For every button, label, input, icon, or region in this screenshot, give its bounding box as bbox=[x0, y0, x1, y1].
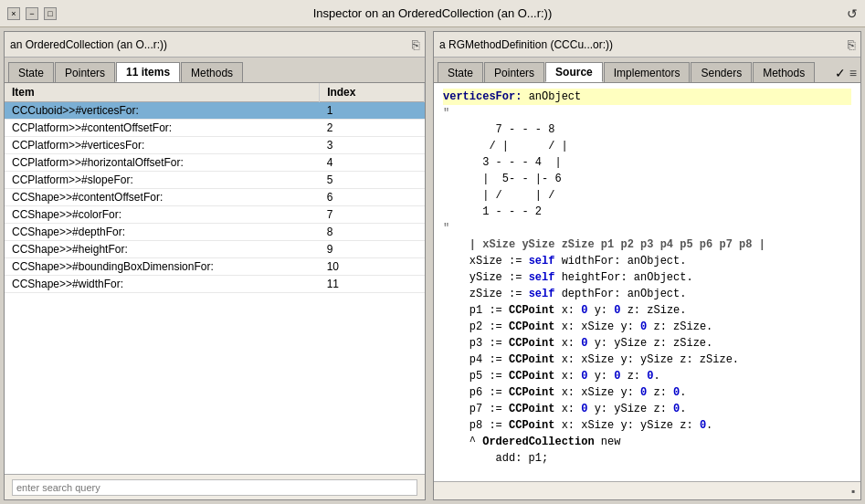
tab-source-right[interactable]: Source bbox=[545, 62, 603, 82]
code-line: p5 := CCPoint x: 0 y: 0 z: 0. bbox=[443, 368, 851, 384]
search-bar bbox=[5, 474, 425, 499]
code-line: " bbox=[443, 105, 851, 121]
code-line: zSize := self depthFor: anObject. bbox=[443, 286, 851, 302]
item-cell: CCShape>>#boundingBoxDimensionFor: bbox=[5, 258, 320, 276]
title-bar: × − □ Inspector on an OrderedCollection … bbox=[0, 0, 865, 27]
table-row[interactable]: CCShape>>#depthFor:8 bbox=[5, 224, 425, 241]
code-line: p3 := CCPoint x: 0 y: ySize z: zSize. bbox=[443, 335, 851, 352]
search-input[interactable] bbox=[12, 479, 417, 496]
tab-implementors-right[interactable]: Implementors bbox=[604, 62, 691, 82]
code-line: p8 := CCPoint x: xSize y: ySize z: 0. bbox=[443, 417, 851, 434]
table-row[interactable]: CCCuboid>>#verticesFor:1 bbox=[5, 102, 425, 120]
close-button[interactable]: × bbox=[7, 7, 20, 20]
check-icon[interactable]: ✓ bbox=[835, 66, 846, 80]
table-row[interactable]: CCShape>>#heightFor:9 bbox=[5, 241, 425, 258]
code-line: 3 - - - 4 | bbox=[443, 154, 851, 171]
code-line: / | / | bbox=[443, 138, 851, 154]
item-cell: CCPlatform>>#horizontalOffsetFor: bbox=[5, 154, 320, 172]
tab-items-left[interactable]: 11 items bbox=[116, 62, 180, 82]
table-row[interactable]: CCPlatform>>#verticesFor:3 bbox=[5, 137, 425, 154]
right-panel: a RGMethodDefinition (CCCu...or:)) ⎘ Sta… bbox=[433, 31, 861, 500]
index-cell: 6 bbox=[320, 189, 425, 206]
table-row[interactable]: CCShape>>#contentOffsetFor:6 bbox=[5, 189, 425, 206]
code-area: verticesFor: anObject" 7 - - - 8 / | / |… bbox=[434, 83, 860, 481]
tab-state-left[interactable]: State bbox=[8, 62, 54, 82]
item-cell: CCShape>>#heightFor: bbox=[5, 241, 320, 258]
index-cell: 1 bbox=[320, 102, 425, 120]
code-line: add: p1; bbox=[443, 450, 851, 467]
code-line: 7 - - - 8 bbox=[443, 121, 851, 138]
table-row[interactable]: CCPlatform>>#contentOffsetFor:2 bbox=[5, 120, 425, 137]
left-tabs: State Pointers 11 items Methods bbox=[5, 58, 425, 83]
index-cell: 10 bbox=[320, 258, 425, 276]
maximize-button[interactable]: □ bbox=[44, 7, 57, 20]
item-cell: CCShape>>#colorFor: bbox=[5, 206, 320, 224]
refresh-button[interactable]: ↺ bbox=[847, 6, 858, 21]
code-line: 1 - - - 2 bbox=[443, 204, 851, 220]
code-line: p4 := CCPoint x: xSize y: ySize z: zSize… bbox=[443, 352, 851, 368]
tab-extras: ✓ ≡ bbox=[835, 66, 857, 82]
window-title: Inspector on an OrderedCollection (an O.… bbox=[313, 6, 553, 20]
right-panel-header: a RGMethodDefinition (CCCu...or:)) ⎘ bbox=[434, 32, 860, 58]
left-panel-header: an OrderedCollection (an O...r:)) ⎘ bbox=[5, 32, 425, 58]
code-line: p1 := CCPoint x: 0 y: 0 z: zSize. bbox=[443, 302, 851, 319]
code-line: ySize := self heightFor: anObject. bbox=[443, 269, 851, 286]
table-row[interactable]: CCShape>>#colorFor:7 bbox=[5, 206, 425, 224]
tab-methods-right[interactable]: Methods bbox=[753, 62, 815, 82]
code-line: | 5- - |- 6 bbox=[443, 171, 851, 187]
tab-methods-left[interactable]: Methods bbox=[181, 62, 243, 82]
table-row[interactable]: CCShape>>#boundingBoxDimensionFor:10 bbox=[5, 258, 425, 276]
doc-icon[interactable]: ≡ bbox=[849, 66, 857, 80]
main-container: an OrderedCollection (an O...r:)) ⎘ Stat… bbox=[0, 27, 865, 504]
tab-senders-right[interactable]: Senders bbox=[691, 62, 752, 82]
code-line: | / | / bbox=[443, 187, 851, 204]
left-panel-title: an OrderedCollection (an O...r:)) bbox=[10, 38, 408, 51]
left-table-area: Item Index CCCuboid>>#verticesFor:1CCPla… bbox=[5, 83, 425, 474]
right-panel-copy-icon[interactable]: ⎘ bbox=[848, 37, 855, 52]
right-panel-title: a RGMethodDefinition (CCCu...or:)) bbox=[439, 38, 844, 51]
item-cell: CCShape>>#widthFor: bbox=[5, 276, 320, 293]
code-line: | xSize ySize zSize p1 p2 p3 p4 p5 p6 p7… bbox=[443, 236, 851, 253]
tab-pointers-left[interactable]: Pointers bbox=[55, 62, 115, 82]
table-row[interactable]: CCPlatform>>#slopeFor:5 bbox=[5, 172, 425, 189]
index-cell: 4 bbox=[320, 154, 425, 172]
index-cell: 7 bbox=[320, 206, 425, 224]
code-line: p2 := CCPoint x: xSize y: 0 z: zSize. bbox=[443, 319, 851, 335]
item-cell: CCCuboid>>#verticesFor: bbox=[5, 102, 320, 120]
item-cell: CCPlatform>>#slopeFor: bbox=[5, 172, 320, 189]
left-panel: an OrderedCollection (an O...r:)) ⎘ Stat… bbox=[4, 31, 426, 500]
table-row[interactable]: CCPlatform>>#horizontalOffsetFor:4 bbox=[5, 154, 425, 172]
index-cell: 9 bbox=[320, 241, 425, 258]
index-cell: 2 bbox=[320, 120, 425, 137]
code-line: p6 := CCPoint x: xSize y: 0 z: 0. bbox=[443, 384, 851, 401]
item-cell: CCPlatform>>#contentOffsetFor: bbox=[5, 120, 320, 137]
items-table: Item Index CCCuboid>>#verticesFor:1CCPla… bbox=[5, 83, 425, 293]
minimize-button[interactable]: − bbox=[26, 7, 38, 20]
index-cell: 11 bbox=[320, 276, 425, 293]
item-cell: CCShape>>#depthFor: bbox=[5, 224, 320, 241]
col-header-item: Item bbox=[5, 83, 320, 102]
table-row[interactable]: CCShape>>#widthFor:11 bbox=[5, 276, 425, 293]
left-panel-copy-icon[interactable]: ⎘ bbox=[412, 37, 419, 52]
index-cell: 5 bbox=[320, 172, 425, 189]
code-line: p7 := CCPoint x: 0 y: ySize z: 0. bbox=[443, 401, 851, 417]
item-cell: CCShape>>#contentOffsetFor: bbox=[5, 189, 320, 206]
code-line: xSize := self widthFor: anObject. bbox=[443, 253, 851, 269]
code-line: " bbox=[443, 220, 851, 236]
item-cell: CCPlatform>>#verticesFor: bbox=[5, 137, 320, 154]
col-header-index: Index bbox=[320, 83, 425, 102]
tab-pointers-right[interactable]: Pointers bbox=[484, 62, 544, 82]
code-toolbar-icon[interactable]: ▪ bbox=[851, 485, 855, 498]
tab-state-right[interactable]: State bbox=[438, 62, 483, 82]
code-toolbar: ▪ bbox=[434, 481, 860, 499]
window-controls: × − □ bbox=[7, 7, 57, 20]
index-cell: 3 bbox=[320, 137, 425, 154]
code-line: verticesFor: anObject bbox=[443, 89, 851, 105]
index-cell: 8 bbox=[320, 224, 425, 241]
code-line: ^ OrderedCollection new bbox=[443, 434, 851, 450]
right-tabs: State Pointers Source Implementors Sende… bbox=[434, 58, 860, 83]
